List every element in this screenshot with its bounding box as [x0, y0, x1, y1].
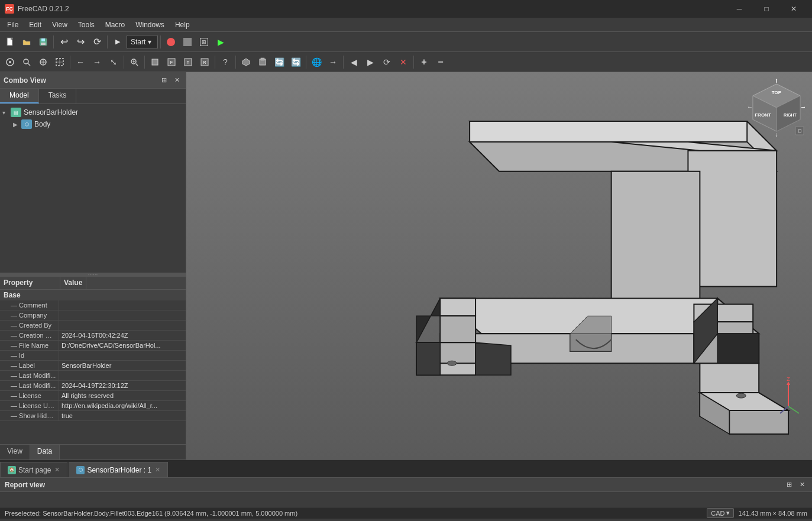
prop-value-file-name[interactable]: D:/OneDrive/CAD/SensorBarHol... — [59, 341, 186, 350]
undo-button[interactable]: ↩ — [56, 34, 72, 50]
prop-value-license-url[interactable]: http://en.wikipedia.org/wiki/All_r... — [59, 401, 186, 410]
prop-value-created-by[interactable] — [59, 321, 186, 330]
view-box-select[interactable] — [52, 54, 67, 70]
prop-value-last-modifi1[interactable] — [59, 371, 186, 380]
view-arrow-right[interactable]: → — [325, 54, 341, 70]
prop-value-id[interactable] — [59, 351, 186, 360]
tree-body-item[interactable]: ▶ ⬡ Body — [0, 118, 186, 130]
redo-button[interactable]: ↪ — [73, 34, 88, 50]
svg-point-57 — [736, 393, 746, 398]
tab-model[interactable]: Model — [0, 89, 39, 103]
view-forward2[interactable]: ▶ — [363, 54, 378, 70]
prop-name-show-hidden: — Show Hidden — [0, 411, 59, 420]
view-home-isometric[interactable] — [147, 54, 163, 70]
combo-view-expand[interactable]: ⊞ — [158, 75, 169, 86]
report-content — [0, 492, 812, 507]
prop-table: Base — Comment — Company — Created By — … — [0, 290, 186, 444]
tab-data[interactable]: Data — [30, 445, 60, 459]
svg-rect-3 — [41, 43, 46, 45]
open-button[interactable] — [19, 34, 34, 50]
toolbar1: ↩ ↪ ⟳ ▶ Start ▾ ⊞ ▶ — [0, 32, 812, 52]
report-expand[interactable]: ⊞ — [784, 480, 794, 490]
tab-sensor-bar-holder[interactable]: ⬡ SensorBarHolder : 1 ✕ — [69, 462, 168, 477]
menu-view[interactable]: View — [47, 20, 72, 30]
maximize-button[interactable]: □ — [753, 0, 780, 18]
prop-name-comment: — Comment — [0, 300, 59, 310]
stop-button[interactable] — [180, 34, 195, 50]
combo-view-buttons: ⊞ ✕ — [158, 75, 182, 86]
svg-marker-47 — [416, 342, 440, 375]
view-zoom-in[interactable] — [127, 54, 142, 70]
prop-value-comment[interactable] — [59, 300, 186, 310]
close-button[interactable]: ✕ — [780, 0, 807, 18]
minimize-button[interactable]: ─ — [726, 0, 753, 18]
view-back2[interactable]: ◀ — [346, 54, 361, 70]
view-sync3[interactable]: 🔄 — [288, 54, 303, 70]
view-right[interactable]: R — [197, 54, 212, 70]
tab-tasks[interactable]: Tasks — [39, 89, 77, 103]
view-front[interactable]: F — [164, 54, 179, 70]
menu-file[interactable]: File — [2, 20, 23, 30]
view-globe[interactable]: 🌐 — [309, 54, 324, 70]
workbench-arrow[interactable]: ▶ — [110, 34, 125, 50]
save-button[interactable] — [35, 34, 51, 50]
prop-column-headers: Property Value — [0, 277, 186, 290]
refresh-button[interactable]: ⟳ — [89, 34, 105, 50]
new-button[interactable] — [2, 34, 18, 50]
view-reload[interactable]: ⟳ — [379, 54, 394, 70]
prop-value-license[interactable]: All rights reserved — [59, 391, 186, 400]
macro-edit-button[interactable]: ⊞ — [196, 34, 212, 50]
prop-value-last-modifi2[interactable]: 2024-04-19T22:30:12Z — [59, 381, 186, 390]
tab-start-page[interactable]: 🏠 Start page ✕ — [0, 462, 67, 477]
tabs-bar: 🏠 Start page ✕ ⬡ SensorBarHolder : 1 ✕ — [0, 459, 812, 477]
prop-row-creation-date: — Creation Date 2024-04-16T00:42:24Z — [0, 331, 186, 341]
cad-dropdown[interactable]: CAD ▾ — [707, 508, 733, 518]
properties-panel: Property Value Base — Comment — Company … — [0, 276, 186, 459]
record-button[interactable] — [163, 34, 179, 50]
nav-front-label: FRONT — [755, 112, 771, 118]
menu-windows[interactable]: Windows — [131, 20, 169, 30]
view-home[interactable] — [2, 54, 18, 70]
view-forward[interactable]: → — [89, 54, 105, 70]
sep3 — [160, 35, 161, 48]
view-top[interactable]: T — [180, 54, 196, 70]
prop-value-creation-date[interactable]: 2024-04-16T00:42:24Z — [59, 331, 186, 340]
menu-tools[interactable]: Tools — [73, 20, 99, 30]
tree-body-icon: ⬡ — [21, 119, 32, 129]
view-help[interactable]: ? — [218, 54, 233, 70]
svg-rect-2 — [41, 38, 45, 41]
tree-root-item[interactable]: ▾ ▤ SensorBarHolder — [0, 106, 186, 118]
prop-value-show-hidden[interactable]: true — [59, 411, 186, 420]
toolbar2: ← → ⤡ F T R ? 🔄 🔄 🌐 → ◀ ▶ ⟳ ✕ + − — [0, 52, 812, 72]
tab-sensor-label: SensorBarHolder : 1 — [87, 466, 151, 474]
menu-help[interactable]: Help — [170, 20, 195, 30]
workbench-dropdown[interactable]: Start ▾ — [127, 35, 158, 49]
view-select-region[interactable] — [35, 54, 51, 70]
prop-row-file-name: — File Name D:/OneDrive/CAD/SensorBarHol… — [0, 341, 186, 351]
view-close-web[interactable]: ✕ — [396, 54, 411, 70]
main-area: Combo View ⊞ ✕ Model Tasks ▾ ▤ SensorBar… — [0, 72, 812, 459]
3d-viewport[interactable]: TOP FRONT RIGHT ↑ → ↓ ← ⊡ — [186, 72, 812, 459]
tab-sensor-close[interactable]: ✕ — [155, 466, 160, 474]
menu-macro[interactable]: Macro — [101, 20, 130, 30]
tab-view[interactable]: View — [0, 445, 30, 459]
view-sync[interactable]: ⤡ — [106, 54, 121, 70]
prop-value-label[interactable]: SensorBarHolder — [59, 361, 186, 370]
view-sync2[interactable]: 🔄 — [271, 54, 287, 70]
view-back[interactable]: ← — [73, 54, 88, 70]
titlebar: FC FreeCAD 0.21.2 ─ □ ✕ — [0, 0, 812, 18]
tab-start-close[interactable]: ✕ — [54, 466, 60, 474]
combo-view-close[interactable]: ✕ — [172, 75, 182, 86]
run-macro-button[interactable]: ▶ — [213, 34, 228, 50]
view-minus[interactable]: − — [433, 54, 448, 70]
prop-value-company[interactable] — [59, 310, 186, 320]
view-zoom-fit[interactable] — [19, 54, 34, 70]
svg-line-7 — [28, 63, 30, 66]
navigation-cube[interactable]: TOP FRONT RIGHT ↑ → ↓ ← ⊡ — [747, 78, 806, 137]
titlebar-title: FreeCAD 0.21.2 — [18, 5, 69, 13]
view-part[interactable] — [255, 54, 270, 70]
report-close[interactable]: ✕ — [797, 480, 807, 490]
view-shape[interactable] — [238, 54, 254, 70]
view-plus[interactable]: + — [416, 54, 432, 70]
menu-edit[interactable]: Edit — [24, 20, 46, 30]
